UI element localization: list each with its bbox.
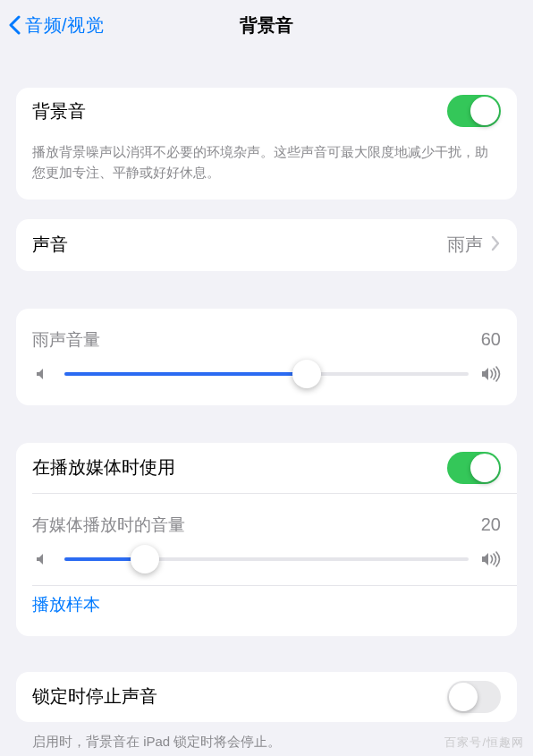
rain-volume-label: 雨声音量 xyxy=(32,328,100,352)
toggle-label: 在播放媒体时使用 xyxy=(32,455,447,480)
footer-text: 启用时，背景音在 iPad 锁定时将会停止。 xyxy=(16,722,517,752)
watermark: 百家号/恒趣网 xyxy=(444,735,524,751)
toggle-use-with-media[interactable] xyxy=(447,452,501,484)
toggle-label: 背景音 xyxy=(32,99,447,123)
toggle-background-sound[interactable] xyxy=(447,95,501,127)
row-lock-stop-toggle: 锁定时停止声音 xyxy=(16,672,517,722)
nav-header: 音频/视觉 背景音 xyxy=(0,0,533,50)
toggle-lock-stop[interactable] xyxy=(447,681,501,713)
rain-volume-value: 60 xyxy=(481,329,501,350)
group-lock-stop: 锁定时停止声音 xyxy=(16,672,517,722)
chevron-left-icon xyxy=(5,13,23,38)
back-label: 音频/视觉 xyxy=(25,13,104,38)
toggle-label: 锁定时停止声音 xyxy=(32,684,447,709)
row-sound-select[interactable]: 声音 雨声 xyxy=(16,219,517,271)
chevron-right-icon xyxy=(490,235,501,255)
page-title: 背景音 xyxy=(240,13,293,38)
volume-high-icon xyxy=(481,364,501,384)
row-use-with-media-toggle: 在播放媒体时使用 xyxy=(16,443,517,493)
rain-volume-slider[interactable] xyxy=(64,372,469,376)
volume-low-icon xyxy=(32,549,52,569)
media-volume-label: 有媒体播放时的音量 xyxy=(32,514,185,537)
group-media-playback: 在播放媒体时使用 有媒体播放时的音量 20 播放样本 xyxy=(16,443,517,636)
sound-value: 雨声 xyxy=(447,233,483,257)
media-volume-slider[interactable] xyxy=(64,557,469,561)
media-volume-slider-row xyxy=(16,537,517,585)
group-rain-volume: 雨声音量 60 xyxy=(16,309,517,405)
group-sound-select: 声音 雨声 xyxy=(16,219,517,271)
group-background-sound: 背景音 播放背景噪声以消弭不必要的环境杂声。这些声音可最大限度地减少干扰，助您更… xyxy=(16,88,517,200)
play-sample-button[interactable]: 播放样本 xyxy=(16,586,517,636)
footer-text: 播放背景噪声以消弭不必要的环境杂声。这些声音可最大限度地减少干扰，助您更加专注、… xyxy=(16,134,517,200)
sound-label: 声音 xyxy=(32,233,447,257)
volume-low-icon xyxy=(32,364,52,384)
rain-volume-slider-row xyxy=(16,352,517,405)
back-button[interactable]: 音频/视觉 xyxy=(0,13,104,38)
row-background-sound-toggle: 背景音 xyxy=(16,88,517,134)
media-volume-value: 20 xyxy=(481,514,501,535)
volume-high-icon xyxy=(481,549,501,569)
